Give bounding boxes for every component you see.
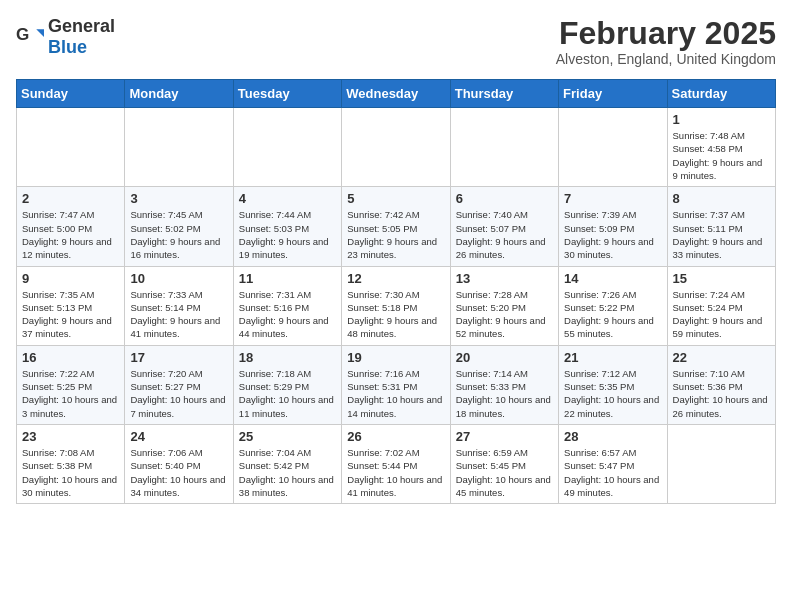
day-info: Sunrise: 7:37 AM Sunset: 5:11 PM Dayligh…	[673, 208, 770, 261]
day-info: Sunrise: 7:04 AM Sunset: 5:42 PM Dayligh…	[239, 446, 336, 499]
day-info: Sunrise: 7:20 AM Sunset: 5:27 PM Dayligh…	[130, 367, 227, 420]
day-number: 27	[456, 429, 553, 444]
day-info: Sunrise: 7:30 AM Sunset: 5:18 PM Dayligh…	[347, 288, 444, 341]
calendar-cell: 28Sunrise: 6:57 AM Sunset: 5:47 PM Dayli…	[559, 424, 667, 503]
day-info: Sunrise: 7:16 AM Sunset: 5:31 PM Dayligh…	[347, 367, 444, 420]
day-number: 21	[564, 350, 661, 365]
day-number: 24	[130, 429, 227, 444]
day-info: Sunrise: 7:06 AM Sunset: 5:40 PM Dayligh…	[130, 446, 227, 499]
calendar-cell: 3Sunrise: 7:45 AM Sunset: 5:02 PM Daylig…	[125, 187, 233, 266]
day-number: 11	[239, 271, 336, 286]
calendar-cell: 9Sunrise: 7:35 AM Sunset: 5:13 PM Daylig…	[17, 266, 125, 345]
day-number: 15	[673, 271, 770, 286]
day-number: 7	[564, 191, 661, 206]
calendar-week-2: 9Sunrise: 7:35 AM Sunset: 5:13 PM Daylig…	[17, 266, 776, 345]
title-block: February 2025 Alveston, England, United …	[556, 16, 776, 67]
logo-icon: G	[16, 23, 44, 51]
day-number: 25	[239, 429, 336, 444]
day-info: Sunrise: 7:08 AM Sunset: 5:38 PM Dayligh…	[22, 446, 119, 499]
day-info: Sunrise: 7:33 AM Sunset: 5:14 PM Dayligh…	[130, 288, 227, 341]
page-header: G General Blue February 2025 Alveston, E…	[16, 16, 776, 67]
day-number: 13	[456, 271, 553, 286]
location-subtitle: Alveston, England, United Kingdom	[556, 51, 776, 67]
calendar-cell: 2Sunrise: 7:47 AM Sunset: 5:00 PM Daylig…	[17, 187, 125, 266]
calendar-cell: 12Sunrise: 7:30 AM Sunset: 5:18 PM Dayli…	[342, 266, 450, 345]
calendar-week-3: 16Sunrise: 7:22 AM Sunset: 5:25 PM Dayli…	[17, 345, 776, 424]
calendar-cell: 4Sunrise: 7:44 AM Sunset: 5:03 PM Daylig…	[233, 187, 341, 266]
calendar-cell	[559, 108, 667, 187]
logo: G General Blue	[16, 16, 115, 58]
day-header-saturday: Saturday	[667, 80, 775, 108]
calendar-cell: 14Sunrise: 7:26 AM Sunset: 5:22 PM Dayli…	[559, 266, 667, 345]
day-header-wednesday: Wednesday	[342, 80, 450, 108]
day-number: 12	[347, 271, 444, 286]
calendar-cell	[233, 108, 341, 187]
day-number: 8	[673, 191, 770, 206]
day-number: 17	[130, 350, 227, 365]
calendar-cell: 15Sunrise: 7:24 AM Sunset: 5:24 PM Dayli…	[667, 266, 775, 345]
day-info: Sunrise: 6:57 AM Sunset: 5:47 PM Dayligh…	[564, 446, 661, 499]
day-number: 2	[22, 191, 119, 206]
day-info: Sunrise: 7:40 AM Sunset: 5:07 PM Dayligh…	[456, 208, 553, 261]
day-info: Sunrise: 7:10 AM Sunset: 5:36 PM Dayligh…	[673, 367, 770, 420]
day-info: Sunrise: 7:14 AM Sunset: 5:33 PM Dayligh…	[456, 367, 553, 420]
calendar-cell: 17Sunrise: 7:20 AM Sunset: 5:27 PM Dayli…	[125, 345, 233, 424]
day-number: 22	[673, 350, 770, 365]
day-number: 23	[22, 429, 119, 444]
day-number: 16	[22, 350, 119, 365]
calendar-cell	[342, 108, 450, 187]
day-number: 6	[456, 191, 553, 206]
day-info: Sunrise: 7:44 AM Sunset: 5:03 PM Dayligh…	[239, 208, 336, 261]
calendar-cell: 24Sunrise: 7:06 AM Sunset: 5:40 PM Dayli…	[125, 424, 233, 503]
day-number: 28	[564, 429, 661, 444]
day-info: Sunrise: 7:35 AM Sunset: 5:13 PM Dayligh…	[22, 288, 119, 341]
calendar-header-row: SundayMondayTuesdayWednesdayThursdayFrid…	[17, 80, 776, 108]
calendar-cell: 26Sunrise: 7:02 AM Sunset: 5:44 PM Dayli…	[342, 424, 450, 503]
day-info: Sunrise: 7:42 AM Sunset: 5:05 PM Dayligh…	[347, 208, 444, 261]
calendar-cell: 22Sunrise: 7:10 AM Sunset: 5:36 PM Dayli…	[667, 345, 775, 424]
day-number: 26	[347, 429, 444, 444]
calendar-week-0: 1Sunrise: 7:48 AM Sunset: 4:58 PM Daylig…	[17, 108, 776, 187]
day-info: Sunrise: 7:18 AM Sunset: 5:29 PM Dayligh…	[239, 367, 336, 420]
calendar-table: SundayMondayTuesdayWednesdayThursdayFrid…	[16, 79, 776, 504]
calendar-cell: 23Sunrise: 7:08 AM Sunset: 5:38 PM Dayli…	[17, 424, 125, 503]
day-number: 3	[130, 191, 227, 206]
day-info: Sunrise: 7:22 AM Sunset: 5:25 PM Dayligh…	[22, 367, 119, 420]
day-info: Sunrise: 7:26 AM Sunset: 5:22 PM Dayligh…	[564, 288, 661, 341]
calendar-cell: 10Sunrise: 7:33 AM Sunset: 5:14 PM Dayli…	[125, 266, 233, 345]
day-header-tuesday: Tuesday	[233, 80, 341, 108]
calendar-cell	[17, 108, 125, 187]
calendar-cell	[450, 108, 558, 187]
day-info: Sunrise: 7:48 AM Sunset: 4:58 PM Dayligh…	[673, 129, 770, 182]
day-info: Sunrise: 7:31 AM Sunset: 5:16 PM Dayligh…	[239, 288, 336, 341]
calendar-cell: 18Sunrise: 7:18 AM Sunset: 5:29 PM Dayli…	[233, 345, 341, 424]
day-number: 9	[22, 271, 119, 286]
calendar-cell: 21Sunrise: 7:12 AM Sunset: 5:35 PM Dayli…	[559, 345, 667, 424]
calendar-cell: 27Sunrise: 6:59 AM Sunset: 5:45 PM Dayli…	[450, 424, 558, 503]
calendar-week-4: 23Sunrise: 7:08 AM Sunset: 5:38 PM Dayli…	[17, 424, 776, 503]
day-header-monday: Monday	[125, 80, 233, 108]
calendar-week-1: 2Sunrise: 7:47 AM Sunset: 5:00 PM Daylig…	[17, 187, 776, 266]
day-info: Sunrise: 6:59 AM Sunset: 5:45 PM Dayligh…	[456, 446, 553, 499]
calendar-cell: 25Sunrise: 7:04 AM Sunset: 5:42 PM Dayli…	[233, 424, 341, 503]
day-header-sunday: Sunday	[17, 80, 125, 108]
day-number: 5	[347, 191, 444, 206]
day-info: Sunrise: 7:24 AM Sunset: 5:24 PM Dayligh…	[673, 288, 770, 341]
calendar-cell: 7Sunrise: 7:39 AM Sunset: 5:09 PM Daylig…	[559, 187, 667, 266]
day-number: 18	[239, 350, 336, 365]
calendar-cell: 1Sunrise: 7:48 AM Sunset: 4:58 PM Daylig…	[667, 108, 775, 187]
calendar-cell: 20Sunrise: 7:14 AM Sunset: 5:33 PM Dayli…	[450, 345, 558, 424]
logo-general: General Blue	[48, 16, 115, 58]
svg-marker-1	[36, 29, 44, 37]
svg-text:G: G	[16, 25, 29, 44]
day-number: 20	[456, 350, 553, 365]
day-number: 4	[239, 191, 336, 206]
calendar-cell: 6Sunrise: 7:40 AM Sunset: 5:07 PM Daylig…	[450, 187, 558, 266]
day-header-friday: Friday	[559, 80, 667, 108]
day-info: Sunrise: 7:45 AM Sunset: 5:02 PM Dayligh…	[130, 208, 227, 261]
day-header-thursday: Thursday	[450, 80, 558, 108]
day-info: Sunrise: 7:12 AM Sunset: 5:35 PM Dayligh…	[564, 367, 661, 420]
day-info: Sunrise: 7:39 AM Sunset: 5:09 PM Dayligh…	[564, 208, 661, 261]
calendar-cell: 13Sunrise: 7:28 AM Sunset: 5:20 PM Dayli…	[450, 266, 558, 345]
calendar-cell: 8Sunrise: 7:37 AM Sunset: 5:11 PM Daylig…	[667, 187, 775, 266]
